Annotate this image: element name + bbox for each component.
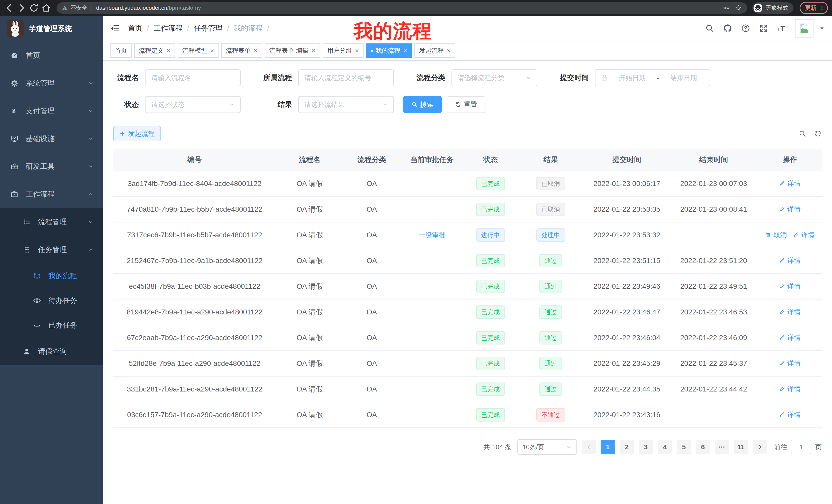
page-number-button[interactable]: 1	[601, 440, 615, 454]
page-number-button[interactable]: •••	[715, 440, 729, 454]
close-icon[interactable]: ×	[404, 47, 407, 54]
sidebar-item[interactable]: 已办任务	[0, 313, 103, 338]
edit-icon	[779, 360, 785, 366]
sidebar-item[interactable]: 待办任务	[0, 288, 103, 313]
header-search-icon[interactable]	[705, 24, 714, 33]
parent-process-input-field[interactable]	[305, 74, 388, 82]
eye-icon	[33, 297, 41, 305]
browser-home-icon[interactable]	[41, 3, 51, 13]
address-bar[interactable]: 不安全 dashboard.yudao.iocoder.cn /bpm/task…	[57, 2, 747, 13]
result-select[interactable]: 请选择流结果	[298, 96, 394, 113]
page-number-button[interactable]: 6	[696, 440, 710, 454]
detail-action-link[interactable]: 详情	[779, 410, 801, 419]
current-task-link[interactable]: 一级审批	[419, 231, 445, 240]
sidebar-item[interactable]: 系统管理	[0, 69, 103, 97]
close-icon[interactable]: ×	[355, 47, 359, 54]
page-number-button[interactable]: 2	[620, 440, 634, 454]
page-number-button[interactable]: 5	[677, 440, 691, 454]
breadcrumb-item[interactable]: 首页 /	[128, 23, 154, 33]
eye-closed-icon	[33, 321, 41, 329]
password-key-icon[interactable]	[723, 4, 730, 11]
help-icon[interactable]	[741, 24, 750, 33]
create-process-button[interactable]: 发起流程	[113, 126, 161, 141]
filter-form-row-1: 流程名 所属流程 流程分类 请选择流程分类 提交时间	[113, 69, 822, 86]
detail-action-link[interactable]: 详情	[779, 333, 801, 342]
detail-action-link[interactable]: 详情	[779, 282, 801, 291]
next-page-button[interactable]	[753, 440, 767, 454]
detail-action-link[interactable]: 详情	[779, 307, 801, 316]
browser-forward-icon[interactable]	[17, 3, 27, 13]
date-separator: -	[657, 74, 659, 82]
fullscreen-icon[interactable]	[759, 24, 768, 33]
cancel-action-link[interactable]: 取消	[765, 230, 787, 240]
browser-menu-icon[interactable]	[819, 4, 825, 11]
status-select[interactable]: 请选择状态	[145, 96, 241, 113]
detail-action-link[interactable]: 详情	[779, 205, 801, 214]
close-icon[interactable]: ×	[447, 47, 451, 54]
page-size-select[interactable]: 10条/页	[517, 439, 577, 455]
category-select[interactable]: 请选择流程分类	[451, 69, 537, 86]
toggle-search-icon[interactable]	[799, 130, 806, 137]
cell-end-time: 2022-01-23 00:08:41	[669, 197, 758, 222]
table-row: 3ad174fb-7b9d-11ec-8404-acde48001122 OA …	[113, 171, 822, 197]
refresh-table-icon[interactable]	[814, 130, 822, 137]
tab[interactable]: 流程表单 ×	[221, 44, 262, 58]
goto-page-input[interactable]	[791, 440, 811, 454]
tab[interactable]: 发起流程 ×	[414, 44, 455, 58]
submit-time-label: 提交时间	[545, 73, 589, 83]
parent-process-input[interactable]	[298, 69, 394, 86]
sidebar-item[interactable]: 首页	[0, 41, 103, 69]
detail-action-link[interactable]: 详情	[793, 230, 814, 240]
sidebar-toggle-icon[interactable]	[110, 23, 120, 33]
sidebar-item[interactable]: 工作流程	[0, 180, 103, 208]
close-icon[interactable]: ×	[210, 47, 214, 54]
sidebar-item[interactable]: 研发工具	[0, 152, 103, 180]
close-icon[interactable]: ×	[166, 47, 171, 54]
page-number-button[interactable]: 11	[734, 440, 748, 454]
tab[interactable]: 流程定义 ×	[134, 44, 175, 58]
pagination: 共 104 条 10条/页 1 2 3 4 5 6 ••• 11 前往	[113, 439, 822, 455]
breadcrumb-item[interactable]: 我的流程 /	[234, 23, 274, 33]
edit-icon	[779, 412, 785, 418]
sidebar-item[interactable]: 请假查询	[0, 338, 103, 365]
browser-back-icon[interactable]	[4, 3, 15, 13]
close-icon[interactable]: ×	[312, 47, 315, 54]
font-size-icon[interactable]: TT	[777, 24, 786, 33]
detail-action-link[interactable]: 详情	[779, 179, 801, 188]
cell-category: OA	[343, 222, 400, 248]
tab[interactable]: 流程模型 ×	[178, 44, 218, 58]
avatar[interactable]	[795, 19, 813, 37]
sidebar-item[interactable]: 任务管理	[0, 236, 103, 263]
search-button[interactable]: 搜索	[403, 96, 442, 113]
detail-action-link[interactable]: 详情	[779, 359, 801, 368]
breadcrumb-item[interactable]: 任务管理 /	[194, 23, 234, 33]
sidebar-item[interactable]: 我的流程	[0, 263, 103, 288]
sidebar-item[interactable]: 流程管理	[0, 208, 103, 236]
table-row: 331bc281-7b9a-11ec-a290-acde48001122 OA …	[113, 376, 822, 402]
avatar-caret-icon[interactable]	[819, 25, 825, 31]
page-number-button[interactable]: 4	[658, 440, 672, 454]
bookmark-star-icon[interactable]	[735, 4, 742, 11]
close-icon[interactable]: ×	[254, 47, 257, 54]
submit-time-range-picker[interactable]: 开始日期 - 结束日期	[595, 69, 710, 86]
detail-action-link[interactable]: 详情	[779, 256, 801, 265]
tab[interactable]: ● 我的流程 ×	[366, 44, 412, 58]
tab[interactable]: 用户分组 ×	[323, 44, 364, 58]
cell-id: 52ffd28e-7b9a-11ec-a290-acde48001122	[113, 351, 276, 376]
sidebar-item[interactable]: 基础设施	[0, 125, 103, 152]
page-number-button[interactable]: 3	[639, 440, 653, 454]
prev-page-button[interactable]	[581, 440, 596, 454]
browser-update-button[interactable]: 更新	[800, 2, 828, 14]
search-icon	[411, 102, 418, 108]
github-icon[interactable]	[723, 24, 732, 33]
tab[interactable]: 流程表单-编辑 ×	[265, 44, 320, 58]
detail-action-link[interactable]: 详情	[779, 385, 801, 394]
breadcrumb-item[interactable]: 工作流程 /	[154, 23, 194, 33]
reset-button[interactable]: 重置	[447, 96, 486, 113]
monitor-icon	[10, 135, 19, 143]
sidebar-item[interactable]: ¥ 支付管理	[0, 97, 103, 125]
browser-reload-icon[interactable]	[29, 3, 39, 13]
process-name-input[interactable]	[145, 69, 241, 86]
tab[interactable]: 首页	[110, 44, 132, 58]
process-name-input-field[interactable]	[151, 74, 234, 82]
